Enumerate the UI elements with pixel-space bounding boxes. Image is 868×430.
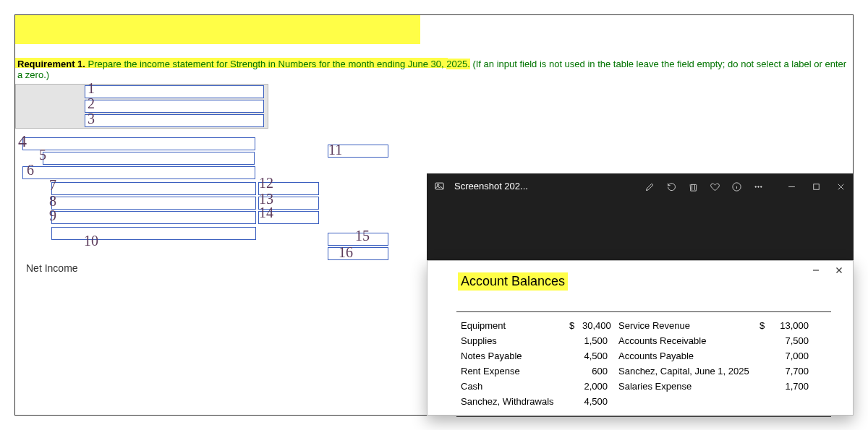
right-account: Accounts Payable xyxy=(618,351,760,361)
left-currency xyxy=(569,366,582,377)
table-row: Equipment$30,400Service Revenue$13,000 xyxy=(461,318,827,333)
header-input-3[interactable] xyxy=(85,114,264,127)
right-currency xyxy=(760,351,773,361)
row-5-amt-r[interactable] xyxy=(328,145,388,158)
rotate-icon[interactable] xyxy=(665,181,677,192)
right-account: Service Revenue xyxy=(618,320,760,331)
minimize-icon[interactable] xyxy=(786,181,797,192)
right-account: Accounts Receivable xyxy=(618,335,760,346)
image-viewer-bar: Screenshot 202... xyxy=(427,173,854,269)
svg-point-3 xyxy=(754,186,756,187)
requirement-text: Prepare the income statement for Strengt… xyxy=(85,59,446,69)
photo-app-icon xyxy=(434,181,445,194)
total-expenses-amt[interactable] xyxy=(328,233,388,246)
more-icon[interactable] xyxy=(752,181,764,192)
left-currency xyxy=(569,351,582,361)
right-amount: 7,000 xyxy=(773,351,809,361)
header-input-2[interactable] xyxy=(85,100,264,113)
left-amount: 4,500 xyxy=(582,396,618,407)
close-icon[interactable] xyxy=(835,181,846,192)
svg-rect-6 xyxy=(813,184,819,189)
svg-point-4 xyxy=(757,186,759,187)
table-row: Supplies1,500Accounts Receivable7,500 xyxy=(461,333,827,348)
delete-icon[interactable] xyxy=(687,181,699,192)
window-buttons xyxy=(786,178,846,192)
row-8-amt[interactable] xyxy=(258,197,319,210)
left-account: Equipment xyxy=(461,320,569,331)
svg-point-1 xyxy=(437,184,439,186)
right-amount xyxy=(773,396,809,407)
header-input-1[interactable] xyxy=(85,85,264,98)
right-amount: 13,000 xyxy=(773,320,809,331)
popup-minimize-icon[interactable] xyxy=(811,265,821,278)
right-currency xyxy=(760,381,773,392)
left-currency xyxy=(569,335,582,346)
row-9-amt[interactable] xyxy=(258,211,319,224)
left-account: Notes Payable xyxy=(461,351,569,361)
left-account: Supplies xyxy=(461,335,569,346)
row-7-amt[interactable] xyxy=(258,182,319,195)
net-income-amt[interactable] xyxy=(328,247,388,260)
info-icon[interactable] xyxy=(731,181,742,192)
left-amount: 4,500 xyxy=(582,351,618,361)
left-amount: 30,400 xyxy=(582,320,618,331)
left-amount: 2,000 xyxy=(582,381,618,392)
balances-table: Equipment$30,400Service Revenue$13,000Su… xyxy=(456,311,831,417)
left-account: Rent Expense xyxy=(461,366,569,377)
right-currency: $ xyxy=(760,320,773,331)
left-currency xyxy=(569,381,582,392)
left-account: Sanchez, Withdrawals xyxy=(461,396,569,407)
row-9-label[interactable] xyxy=(51,211,256,224)
row-6-label[interactable] xyxy=(22,166,255,179)
left-account: Cash xyxy=(461,381,569,392)
right-amount: 1,700 xyxy=(773,381,809,392)
right-currency xyxy=(760,396,773,407)
left-amount: 1,500 xyxy=(582,335,618,346)
left-currency xyxy=(569,396,582,407)
viewer-tools xyxy=(644,178,764,192)
table-row: Sanchez, Withdrawals4,500 xyxy=(461,394,827,409)
popup-title: Account Balances xyxy=(458,272,568,291)
row-5-label[interactable] xyxy=(43,152,255,165)
right-currency xyxy=(760,366,773,377)
right-currency xyxy=(760,335,773,346)
row-4-label[interactable] xyxy=(22,137,255,150)
right-account: Salaries Expense xyxy=(618,381,760,392)
row-10-label[interactable] xyxy=(51,227,256,240)
maximize-icon[interactable] xyxy=(810,181,822,192)
net-income-label: Net Income xyxy=(26,262,78,274)
requirement-line: Requirement 1. Prepare the income statem… xyxy=(15,59,853,80)
table-row: Notes Payable4,500Accounts Payable7,000 xyxy=(461,348,827,364)
left-currency: $ xyxy=(569,320,582,331)
heart-icon[interactable] xyxy=(709,181,720,192)
edit-icon[interactable] xyxy=(644,181,655,192)
viewer-title: Screenshot 202... xyxy=(434,178,644,192)
right-account xyxy=(618,396,760,407)
row-7-label[interactable] xyxy=(51,182,256,195)
popup-close-icon[interactable] xyxy=(834,265,844,278)
right-account: Sanchez, Capital, June 1, 2025 xyxy=(618,366,760,377)
table-row: Rent Expense600Sanchez, Capital, June 1,… xyxy=(461,364,827,379)
requirement-label: Requirement 1. xyxy=(17,59,85,69)
account-balances-popup: Account Balances Equipment$30,400Service… xyxy=(427,260,854,416)
row-8-label[interactable] xyxy=(51,197,256,210)
table-row: Cash2,000Salaries Expense1,700 xyxy=(461,379,827,394)
right-amount: 7,500 xyxy=(773,335,809,346)
svg-point-5 xyxy=(760,186,762,187)
right-amount: 7,700 xyxy=(773,366,809,377)
requirement-year: 2025. xyxy=(446,59,470,69)
left-amount: 600 xyxy=(582,366,618,377)
highlight-bar xyxy=(15,15,420,44)
